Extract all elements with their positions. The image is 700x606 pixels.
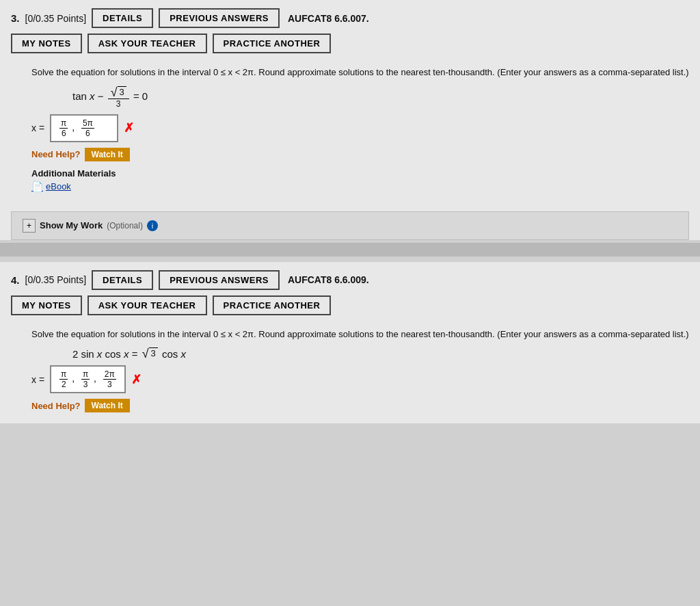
q4-need-help-label: Need Help? xyxy=(31,401,81,411)
q3-ask-teacher-button[interactable]: ASK YOUR TEACHER xyxy=(88,34,207,53)
q3-show-work-label: Show My Work xyxy=(40,220,103,230)
q4-answer-box: π 2 , π 3 , 2π 3 xyxy=(50,365,126,393)
q3-aufcat-label: AUFCAT8 6.6.007. xyxy=(288,13,369,24)
q3-previous-answers-button[interactable]: PREVIOUS ANSWERS xyxy=(159,8,280,28)
q3-instruction: Solve the equation for solutions in the … xyxy=(31,66,689,79)
q3-practice-another-button[interactable]: PRACTICE ANOTHER xyxy=(213,34,332,53)
q4-need-help: Need Help? Watch It xyxy=(31,399,689,412)
q3-answer-box: π 6 , 5π 6 xyxy=(50,114,118,142)
question-3-toolbar: MY NOTES ASK YOUR TEACHER PRACTICE ANOTH… xyxy=(11,34,689,53)
q3-additional-materials-label: Additional Materials xyxy=(31,168,689,179)
q3-my-notes-button[interactable]: MY NOTES xyxy=(11,34,82,53)
q4-answer-label: x = xyxy=(31,374,44,385)
q4-details-button[interactable]: DETAILS xyxy=(92,270,153,290)
q4-watch-it-button[interactable]: Watch It xyxy=(85,399,130,412)
q3-answer-label: x = xyxy=(31,122,44,133)
q4-previous-answers-button[interactable]: PREVIOUS ANSWERS xyxy=(159,270,280,290)
question-4-header: 4. [0/0.35 Points] DETAILS PREVIOUS ANSW… xyxy=(11,270,689,290)
question-4-points: [0/0.35 Points] xyxy=(25,274,87,285)
q3-incorrect-mark: ✗ xyxy=(124,120,134,135)
q3-fraction: √ 3 3 xyxy=(108,86,129,109)
q4-aufcat-label: AUFCAT8 6.6.009. xyxy=(288,274,369,285)
q3-answer-row: x = π 6 , 5π 6 ✗ xyxy=(31,114,689,142)
question-3-block: 3. [0/0.35 Points] DETAILS PREVIOUS ANSW… xyxy=(0,0,700,240)
q3-need-help-label: Need Help? xyxy=(31,149,81,159)
ebook-icon: 📄 xyxy=(31,181,43,192)
q3-details-button[interactable]: DETAILS xyxy=(92,8,153,28)
q3-show-work-section: + Show My Work (Optional) i xyxy=(11,211,689,240)
question-4-body: Solve the equation for solutions in the … xyxy=(11,322,689,424)
question-3-number: 3. xyxy=(11,12,20,24)
q3-ebook-link[interactable]: 📄 eBook xyxy=(31,181,689,192)
q4-equation: 2 sin x cos x = √ 3 cos x xyxy=(72,347,689,360)
question-4-number: 4. xyxy=(11,274,20,286)
q4-incorrect-mark: ✗ xyxy=(131,372,142,387)
q4-practice-another-button[interactable]: PRACTICE ANOTHER xyxy=(213,295,332,315)
q3-need-help: Need Help? Watch It xyxy=(31,148,689,161)
q3-ebook-label: eBook xyxy=(46,181,71,192)
separator xyxy=(0,243,700,256)
q3-show-work-toggle[interactable]: + xyxy=(23,219,36,233)
q4-ask-teacher-button[interactable]: ASK YOUR TEACHER xyxy=(88,295,207,315)
q4-my-notes-button[interactable]: MY NOTES xyxy=(11,295,82,315)
q3-info-icon[interactable]: i xyxy=(147,220,158,231)
q4-answer-row: x = π 2 , π 3 , 2π 3 xyxy=(31,365,689,393)
q4-instruction: Solve the equation for solutions in the … xyxy=(31,328,689,341)
question-3-body: Solve the equation for solutions in the … xyxy=(11,60,689,203)
q3-watch-it-button[interactable]: Watch It xyxy=(85,148,130,161)
question-3-points: [0/0.35 Points] xyxy=(25,13,87,24)
question-4-block: 4. [0/0.35 Points] DETAILS PREVIOUS ANSW… xyxy=(0,262,700,424)
question-3-header: 3. [0/0.35 Points] DETAILS PREVIOUS ANSW… xyxy=(11,8,689,28)
question-4-toolbar: MY NOTES ASK YOUR TEACHER PRACTICE ANOTH… xyxy=(11,295,689,315)
page: 3. [0/0.35 Points] DETAILS PREVIOUS ANSW… xyxy=(0,0,700,606)
q3-show-work-optional: (Optional) xyxy=(107,221,143,230)
q3-equation: tan x − √ 3 3 = 0 xyxy=(72,86,689,109)
